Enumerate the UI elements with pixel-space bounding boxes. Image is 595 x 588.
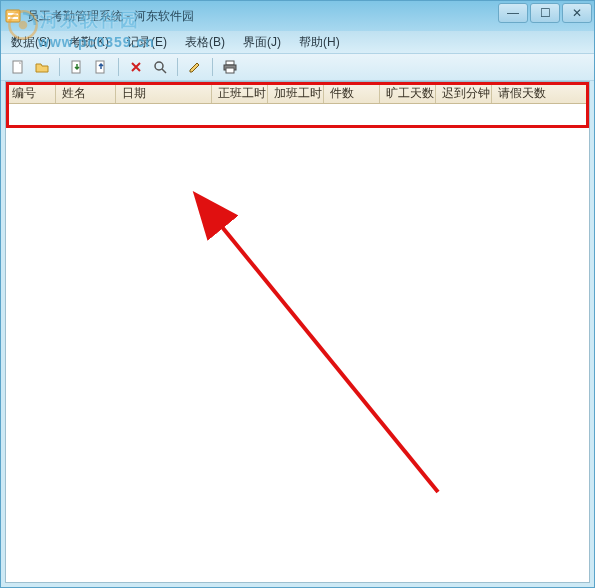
- svg-rect-5: [96, 61, 104, 73]
- menu-help[interactable]: 帮助(H): [295, 32, 344, 53]
- menu-attend[interactable]: 考勤(K): [65, 32, 113, 53]
- svg-rect-8: [226, 61, 234, 65]
- col-header-name[interactable]: 姓名: [56, 82, 116, 103]
- maximize-button[interactable]: ☐: [530, 3, 560, 23]
- col-header-late[interactable]: 迟到分钟: [436, 82, 492, 103]
- content-area: 编号 姓名 日期 正班工时 加班工时 件数 旷工天数 迟到分钟 请假天数: [5, 81, 590, 583]
- table-body[interactable]: [6, 104, 589, 582]
- window-controls: — ☐ ✕: [498, 3, 592, 23]
- col-header-date[interactable]: 日期: [116, 82, 212, 103]
- app-window: 员工考勤管理系统 - 河东软件园 — ☐ ✕ 数据(S) 考勤(K) 记录(E)…: [0, 0, 595, 588]
- svg-rect-2: [8, 17, 18, 19]
- col-header-reg[interactable]: 正班工时: [212, 82, 268, 103]
- table-header: 编号 姓名 日期 正班工时 加班工时 件数 旷工天数 迟到分钟 请假天数: [6, 82, 589, 104]
- tool-export-icon[interactable]: [92, 58, 110, 76]
- col-header-ot[interactable]: 加班工时: [268, 82, 324, 103]
- title-bar: 员工考勤管理系统 - 河东软件园 — ☐ ✕: [1, 1, 594, 31]
- col-header-leave[interactable]: 请假天数: [492, 82, 589, 103]
- close-button[interactable]: ✕: [562, 3, 592, 23]
- tool-import-icon[interactable]: [68, 58, 86, 76]
- tool-edit-icon[interactable]: [186, 58, 204, 76]
- toolbar-separator: [212, 58, 213, 76]
- tool-open-icon[interactable]: [33, 58, 51, 76]
- tool-print-icon[interactable]: [221, 58, 239, 76]
- col-header-pcs[interactable]: 件数: [324, 82, 380, 103]
- tool-new-icon[interactable]: [9, 58, 27, 76]
- toolbar-separator: [177, 58, 178, 76]
- svg-point-6: [155, 62, 163, 70]
- menu-table[interactable]: 表格(B): [181, 32, 229, 53]
- menu-ui[interactable]: 界面(J): [239, 32, 285, 53]
- menu-data[interactable]: 数据(S): [7, 32, 55, 53]
- toolbar-separator: [59, 58, 60, 76]
- col-header-abs[interactable]: 旷工天数: [380, 82, 436, 103]
- tool-find-icon[interactable]: [151, 58, 169, 76]
- minimize-button[interactable]: —: [498, 3, 528, 23]
- svg-rect-1: [8, 13, 18, 15]
- toolbar-separator: [118, 58, 119, 76]
- svg-line-7: [162, 69, 166, 73]
- tool-bar: [1, 53, 594, 81]
- menu-record[interactable]: 记录(E): [123, 32, 171, 53]
- col-header-id[interactable]: 编号: [6, 82, 56, 103]
- tool-delete-icon[interactable]: [127, 58, 145, 76]
- svg-rect-0: [6, 10, 20, 22]
- svg-rect-10: [226, 68, 234, 73]
- app-icon: [5, 8, 21, 24]
- menu-bar: 数据(S) 考勤(K) 记录(E) 表格(B) 界面(J) 帮助(H): [1, 31, 594, 53]
